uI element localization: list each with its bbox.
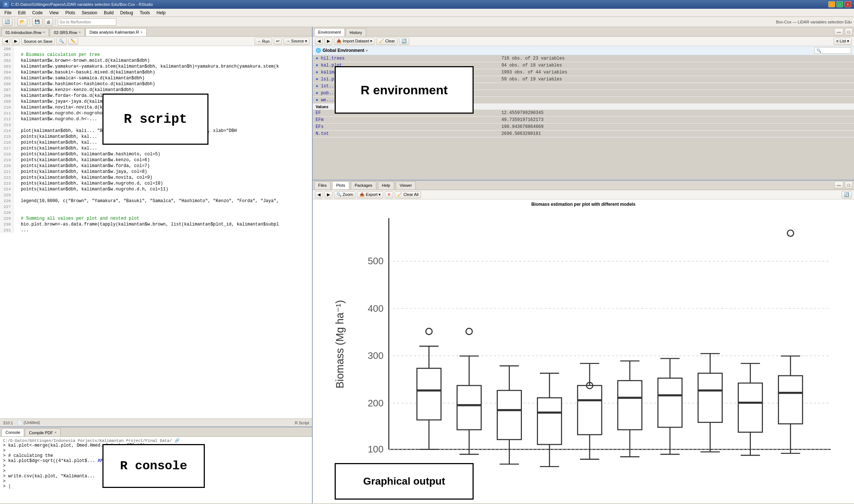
- console-content[interactable]: C:/D-Datos/Göttingen/Indonesia Porjects/…: [0, 437, 312, 503]
- env-value-name: EFs: [313, 124, 499, 130]
- code-content: bio.plot.brown<-as.data.frame(tapply(kal…: [13, 221, 312, 227]
- global-env-label: Global Environment: [323, 48, 364, 53]
- menu-view[interactable]: View: [46, 10, 62, 16]
- code-tools-button[interactable]: ✏️: [68, 38, 78, 45]
- tab-history[interactable]: History: [346, 28, 366, 36]
- code-content: points(kalimantan$dbh, kalimantan$w.nugr…: [13, 181, 312, 186]
- tab-help[interactable]: Help: [378, 181, 394, 189]
- tab-introduction-close[interactable]: ×: [43, 30, 45, 34]
- open-file-button[interactable]: 📂: [17, 18, 27, 26]
- tab-files[interactable]: Files: [314, 181, 331, 189]
- new-file-button[interactable]: 🔄: [2, 18, 12, 26]
- minimize-button[interactable]: −: [828, 1, 835, 7]
- line-number: 212: [0, 116, 13, 122]
- print-button[interactable]: 🖨: [44, 18, 53, 26]
- source-button[interactable]: → Source ▾: [283, 38, 310, 45]
- env-back-button[interactable]: ◀: [315, 38, 323, 45]
- tab-console[interactable]: Console: [1, 428, 24, 436]
- menu-tools[interactable]: Tools: [137, 10, 153, 16]
- close-button[interactable]: ×: [844, 1, 851, 7]
- tab-data-analysis-close[interactable]: ×: [140, 30, 143, 34]
- svg-rect-43: [578, 386, 602, 435]
- line-number: 226: [0, 198, 13, 204]
- code-content: kalimantan$w.kenzo<-kenzo.d(kalimantan$d…: [13, 87, 312, 93]
- tab-srs-close[interactable]: ×: [79, 30, 81, 34]
- tab-introduction[interactable]: 01-Introduction.Rnw ×: [1, 28, 49, 36]
- line-number: 219: [0, 157, 13, 163]
- tab-history-label: History: [350, 30, 362, 35]
- maximize-button[interactable]: □: [836, 1, 843, 7]
- main-container: 01-Introduction.Rnw × 02-SRS.Rnw × Data …: [0, 27, 854, 503]
- tab-compile-pdf-label: Compile PDF: [29, 431, 53, 435]
- env-value-val: 12.4559799290345: [499, 110, 854, 117]
- code-content: points(kalimantan$dbh, kalimantan$w.novi…: [13, 175, 312, 181]
- tab-compile-pdf-close[interactable]: ×: [54, 431, 57, 435]
- zoom-button[interactable]: 🔍 Zoom: [334, 191, 355, 198]
- plot-maximize-button[interactable]: □: [845, 181, 853, 189]
- export-button[interactable]: 📤 Export ▾: [357, 191, 383, 198]
- search-button[interactable]: 🔍: [56, 38, 67, 45]
- code-area[interactable]: 200201 # Biomass calculation per tree202…: [0, 46, 312, 418]
- menu-debug[interactable]: Debug: [117, 10, 136, 16]
- clear-env-button[interactable]: 🧹 Clear: [376, 38, 397, 45]
- env-search-input[interactable]: [815, 47, 851, 54]
- tab-data-analysis[interactable]: Data analysis Kalimantan.R ×: [86, 28, 147, 36]
- list-view-button[interactable]: ≡ List ▾: [834, 38, 852, 45]
- re-run-button[interactable]: ↩: [274, 38, 282, 45]
- console-path: C:/D-Datos/Göttingen/Indonesia Porjects/…: [3, 438, 309, 443]
- plot-forward-button[interactable]: ▶: [324, 191, 332, 198]
- back-button[interactable]: ◀: [2, 38, 10, 45]
- tab-compile-pdf[interactable]: Compile PDF ×: [25, 428, 60, 436]
- env-value-val: 2696.5863280181: [499, 130, 854, 137]
- env-maximize-button[interactable]: □: [845, 28, 853, 35]
- code-content: [13, 192, 312, 198]
- code-content: legend(10,8000, c("Brown", "Yamakura", "…: [13, 198, 312, 204]
- menu-edit[interactable]: Edit: [15, 10, 29, 16]
- tab-viewer[interactable]: Viewer: [396, 181, 416, 189]
- plot-back-button[interactable]: ◀: [315, 191, 323, 198]
- tab-srs[interactable]: 02-SRS.Rnw ×: [50, 28, 84, 36]
- menu-build[interactable]: Build: [101, 10, 117, 16]
- source-on-save-button[interactable]: Source on Save: [21, 38, 55, 45]
- window-controls[interactable]: − □ ×: [828, 1, 851, 7]
- env-forward-button[interactable]: ▶: [324, 38, 332, 45]
- line-number: 203: [0, 64, 13, 69]
- tab-plots[interactable]: Plots: [332, 181, 349, 189]
- line-number: 220: [0, 163, 13, 169]
- env-var-value: [499, 90, 854, 97]
- line-number: 230: [0, 221, 13, 227]
- graphical-output-annotation: Graphical output: [335, 463, 474, 500]
- menu-session[interactable]: Session: [79, 10, 100, 16]
- go-to-file-input[interactable]: [58, 18, 116, 26]
- clear-all-button[interactable]: 🧹 Clear All: [395, 191, 421, 198]
- plot-refresh-button[interactable]: 🔄: [842, 191, 852, 198]
- editor-panel: 01-Introduction.Rnw × 02-SRS.Rnw × Data …: [0, 27, 313, 503]
- env-minimize-button[interactable]: —: [834, 28, 843, 35]
- refresh-env-button[interactable]: 🔄: [399, 38, 409, 45]
- tab-environment[interactable]: Environment: [314, 28, 345, 36]
- menu-code[interactable]: Code: [29, 10, 46, 16]
- code-content: points(kalimantan$dbh, kal...: [13, 145, 312, 151]
- tab-packages[interactable]: Packages: [351, 181, 376, 189]
- code-content: kalimantan$w.yamakura<-yamakura.stem(kal…: [13, 64, 312, 69]
- forward-button[interactable]: ▶: [12, 38, 20, 45]
- svg-rect-31: [497, 390, 521, 439]
- run-button[interactable]: → Run: [255, 38, 272, 45]
- menu-plots[interactable]: Plots: [63, 10, 78, 16]
- editor-toolbar: ◀ ▶ Source on Save 🔍 ✏️ → Run ↩ → Source…: [0, 37, 312, 46]
- line-number: 217: [0, 145, 13, 151]
- save-button[interactable]: 💾: [32, 18, 42, 26]
- editor-right-buttons: → Run ↩ → Source ▾: [255, 38, 310, 45]
- env-var-value: 94 obs. of 18 variables: [499, 62, 854, 69]
- menu-help[interactable]: Help: [154, 10, 169, 16]
- tab-environment-label: Environment: [318, 30, 341, 34]
- menu-file[interactable]: File: [1, 10, 14, 16]
- line-number: 231: [0, 227, 13, 233]
- plot-minimize-button[interactable]: —: [834, 181, 843, 189]
- import-dataset-button[interactable]: 📥 Import Dataset ▾: [334, 38, 375, 45]
- r-script-annotation: R script: [102, 94, 208, 145]
- toolbar-separator-1: [15, 18, 15, 26]
- title-bar-left: R C:/D-Datos/Göttingen/Papers/LiDAR vari…: [3, 1, 153, 7]
- delete-plot-button[interactable]: ✕: [385, 191, 393, 198]
- env-var-value: 1993 obs. of 44 variables: [499, 69, 854, 76]
